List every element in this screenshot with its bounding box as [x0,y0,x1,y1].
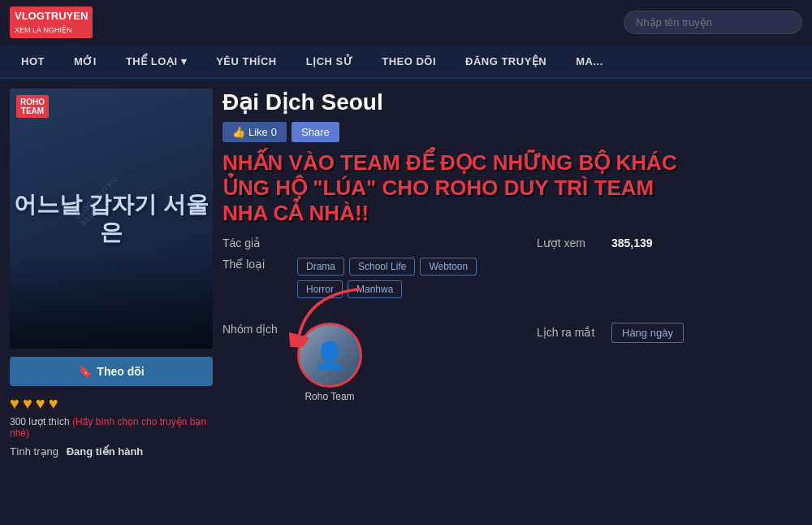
translator-section: Nhóm dịch 👤 [222,323,802,402]
share-button[interactable]: Share [292,122,339,142]
cover-korean-text: 어느날 갑자기 서울은 [10,191,213,245]
cover-image: ROHO TEAM 어느날 갑자기 서울은 VLOGTRUYEN941090 [10,89,213,349]
logo-box: VLOGTRUYEN XEM LÀ NGHIỆN [10,7,93,38]
heart-4[interactable]: ♥ [49,394,58,413]
header: VLOGTRUYEN XEM LÀ NGHIỆN [0,0,812,45]
left-panel: ROHO TEAM 어느날 갑자기 서울은 VLOGTRUYEN941090 🔖… [10,89,213,515]
nav-item-theo-doi[interactable]: THEO DÕI [367,45,451,77]
nav-item-moi[interactable]: MỚI [59,45,111,77]
genre-label: Thể loại [222,258,287,271]
translator-right: Lịch ra mắt Hàng ngày [537,323,802,343]
nav-item-the-loai[interactable]: THỂ LOẠI ▾ [111,45,201,77]
roho-badge: ROHO TEAM [16,95,49,118]
bookmark-icon: 🔖 [78,365,92,378]
right-panel: Đại Dịch Seoul 👍 Like 0 Share NHẤN VÀO T… [222,89,802,515]
like-button[interactable]: 👍 Like 0 [222,122,287,142]
heart-1[interactable]: ♥ [10,394,19,413]
views-value: 385,139 [611,236,653,249]
title-row: Đại Dịch Seoul [222,89,802,115]
team-avatar-wrapper: 👤 Roho Team [297,323,362,402]
nav-item-dang-truyen[interactable]: ĐĂNG TRUYỆN [451,45,561,77]
search-input[interactable] [624,11,802,34]
thumbs-up-icon: 👍 [232,126,245,138]
release-label: Lịch ra mắt [537,326,602,339]
action-buttons: 👍 Like 0 Share [222,122,802,142]
translator-left: Nhóm dịch 👤 [222,323,488,402]
translator-label: Nhóm dịch [222,323,287,336]
manga-title: Đại Dịch Seoul [222,89,383,115]
votes-text: 300 lượt thích (Hãy bình chọn cho truyện… [10,416,213,439]
status-row: Tình trạng Đang tiến hành [10,445,213,458]
genre-tag-drama[interactable]: Drama [297,258,344,276]
follow-button[interactable]: 🔖 Theo dõi [10,357,213,386]
views-label: Lượt xem [537,236,602,249]
heart-2[interactable]: ♥ [23,394,32,413]
genre-tag-school[interactable]: School Life [349,258,415,276]
navigation: HOT MỚI THỂ LOẠI ▾ YÊU THÍCH LỊCH SỬ THE… [0,45,812,79]
main-content: ROHO TEAM 어느날 갑자기 서울은 VLOGTRUYEN941090 🔖… [0,79,812,525]
nav-item-ma[interactable]: MA... [561,45,618,77]
nav-item-yeu-thich[interactable]: YÊU THÍCH [201,45,292,77]
author-label: Tác giả [222,236,287,249]
promo-text: NHẤN VÀO TEAM ĐỂ ĐỌC NHỮNG BỘ KHÁC ỦNG H… [222,150,693,227]
release-value: Hàng ngày [611,323,684,343]
info-right: Lượt xem 385,139 [537,236,802,306]
nav-item-hot[interactable]: HOT [6,45,59,77]
genre-tag-webtoon[interactable]: Webtoon [420,258,477,276]
views-row: Lượt xem 385,139 [537,236,802,249]
nav-item-lich-su[interactable]: LỊCH SỬ [292,45,368,77]
heart-3[interactable]: ♥ [36,394,45,413]
arrow-icon [289,282,370,347]
rating-section: ♥ ♥ ♥ ♥ [10,394,213,413]
team-name: Roho Team [304,391,354,402]
author-row: Tác giả [222,236,488,249]
status-value: Đang tiến hành [67,445,144,458]
logo[interactable]: VLOGTRUYEN XEM LÀ NGHIỆN [10,7,93,38]
